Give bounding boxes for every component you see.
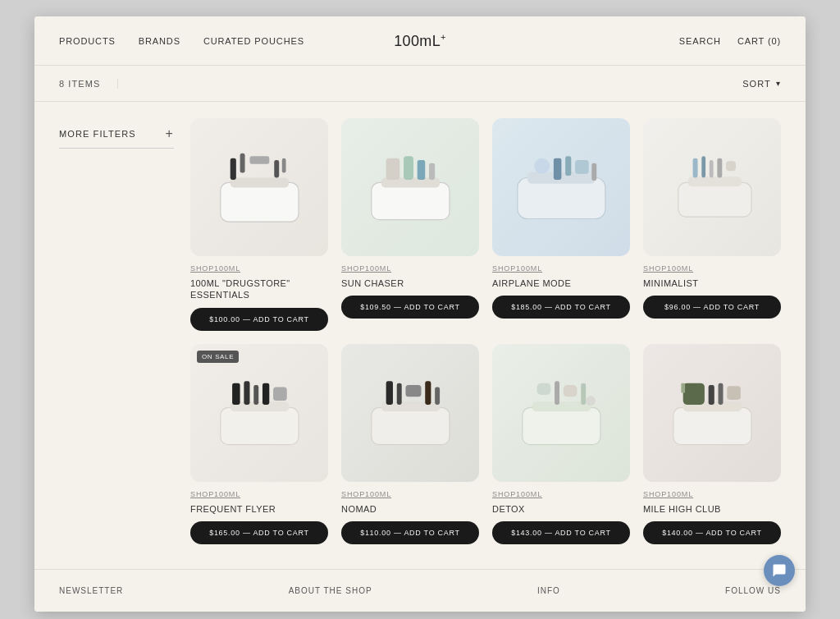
svg-rect-37 (396, 383, 401, 405)
product-card-detox: SHOP100ML DETOX $143.00 — ADD TO CART (492, 344, 630, 544)
footer-about[interactable]: ABOUT THE SHOP (289, 586, 372, 595)
product-card-mile-high-club: SHOP100ML MILE HIGH CLUB $140.00 — ADD T… (643, 344, 781, 544)
product-illustration-drugstore (201, 129, 318, 246)
svg-rect-21 (687, 177, 741, 186)
svg-rect-44 (555, 382, 559, 406)
product-name-nomad: NOMAD (341, 503, 479, 515)
nav-products[interactable]: PRODUCTS (59, 36, 116, 46)
footer-info[interactable]: INFO (537, 586, 560, 595)
product-image-airplane-mode[interactable] (492, 118, 630, 256)
product-name-airplane-mode: AIRPLANE MODE (492, 277, 630, 289)
svg-rect-24 (709, 160, 713, 177)
svg-rect-27 (220, 408, 298, 445)
items-count: 8 ITEMS (59, 79, 118, 89)
add-to-cart-airplane-mode[interactable]: $185.00 — ADD TO CART (492, 296, 630, 319)
site-logo[interactable]: 100mL+ (394, 32, 446, 50)
svg-rect-25 (717, 158, 722, 177)
product-name-sun-chaser: SUN CHASER (341, 277, 479, 289)
product-illustration-mile-high-club (654, 354, 771, 471)
svg-rect-0 (220, 182, 298, 222)
svg-rect-29 (232, 383, 240, 405)
sort-button[interactable]: SORT ▾ (742, 79, 781, 89)
product-brand-mile-high-club[interactable]: SHOP100ML (643, 490, 781, 498)
on-sale-badge: ON SALE (197, 351, 239, 363)
product-image-frequent-flyer[interactable]: ON SALE (190, 344, 328, 482)
chevron-down-icon: ▾ (776, 79, 781, 88)
nav-curated-pouches[interactable]: CURATED POUCHES (203, 36, 304, 46)
svg-rect-53 (727, 386, 741, 400)
product-brand-nomad[interactable]: SHOP100ML (341, 490, 479, 498)
product-image-mile-high-club[interactable] (643, 344, 781, 482)
svg-rect-4 (249, 156, 269, 164)
svg-rect-54 (681, 383, 685, 393)
footer-newsletter[interactable]: NEWSLETTER (59, 586, 123, 595)
svg-rect-34 (371, 408, 449, 445)
svg-rect-31 (253, 385, 258, 405)
product-illustration-minimalist (654, 129, 771, 246)
product-brand-sun-chaser[interactable]: SHOP100ML (341, 264, 479, 273)
svg-rect-6 (281, 158, 285, 172)
product-illustration-frequent-flyer (201, 354, 318, 471)
nav-search[interactable]: SEARCH (679, 36, 721, 46)
add-to-cart-mile-high-club[interactable]: $140.00 — ADD TO CART (643, 521, 781, 544)
svg-rect-20 (678, 182, 751, 217)
svg-rect-26 (726, 161, 736, 171)
svg-rect-40 (435, 387, 440, 405)
add-to-cart-detox[interactable]: $143.00 — ADD TO CART (492, 521, 630, 544)
add-to-cart-drugstore[interactable]: $100.00 — ADD TO CART (190, 308, 328, 331)
svg-rect-52 (718, 383, 723, 405)
svg-rect-30 (244, 382, 249, 406)
product-illustration-sun-chaser (352, 129, 469, 246)
product-illustration-detox (503, 354, 620, 471)
svg-rect-10 (404, 156, 413, 180)
more-filters-button[interactable]: MORE FILTERS + (59, 126, 174, 149)
svg-rect-22 (692, 158, 697, 177)
nav-right: SEARCH CART (0) (679, 36, 781, 46)
chat-bubble-button[interactable] (764, 555, 795, 586)
svg-rect-9 (386, 158, 399, 179)
svg-rect-38 (405, 385, 421, 397)
footer-follow[interactable]: FOLLOW US (725, 586, 781, 595)
product-card-drugstore: SHOP100ML 100ML "DRUGSTORE" ESSENTIALS $… (190, 118, 328, 331)
sidebar: MORE FILTERS + (59, 118, 174, 544)
svg-rect-33 (273, 387, 287, 401)
product-image-nomad[interactable] (341, 344, 479, 482)
product-name-mile-high-club: MILE HIGH CLUB (643, 503, 781, 515)
product-image-detox[interactable] (492, 344, 630, 482)
product-image-drugstore[interactable] (190, 118, 328, 256)
svg-rect-46 (581, 383, 586, 405)
svg-point-15 (534, 158, 550, 173)
add-to-cart-nomad[interactable]: $110.00 — ADD TO CART (341, 521, 479, 544)
product-image-minimalist[interactable] (643, 118, 781, 256)
add-to-cart-sun-chaser[interactable]: $109.50 — ADD TO CART (341, 296, 479, 319)
sub-header: 8 ITEMS SORT ▾ (34, 66, 806, 102)
product-illustration-airplane-mode (503, 129, 620, 246)
nav-brands[interactable]: BRANDS (139, 36, 180, 46)
add-to-cart-frequent-flyer[interactable]: $165.00 — ADD TO CART (190, 521, 328, 544)
svg-rect-41 (522, 408, 600, 445)
svg-rect-16 (553, 158, 561, 179)
browser-window: PRODUCTS BRANDS CURATED POUCHES 100mL+ S… (34, 16, 806, 612)
product-card-frequent-flyer: ON SALE SHOP100ML FREQUENT FLYER $165.00… (190, 344, 328, 544)
product-brand-detox[interactable]: SHOP100ML (492, 490, 630, 498)
svg-rect-1 (230, 177, 288, 187)
add-to-cart-minimalist[interactable]: $96.00 — ADD TO CART (643, 296, 781, 319)
nav-cart[interactable]: CART (0) (737, 36, 781, 46)
product-brand-minimalist[interactable]: SHOP100ML (643, 264, 781, 273)
product-card-airplane-mode: SHOP100ML AIRPLANE MODE $185.00 — ADD TO… (492, 118, 630, 331)
product-brand-drugstore[interactable]: SHOP100ML (190, 264, 328, 273)
product-name-drugstore: 100ML "DRUGSTORE" ESSENTIALS (190, 277, 328, 301)
nav-bar: PRODUCTS BRANDS CURATED POUCHES 100mL+ S… (34, 16, 806, 66)
product-grid: SHOP100ML 100ML "DRUGSTORE" ESSENTIALS $… (190, 118, 781, 544)
product-brand-airplane-mode[interactable]: SHOP100ML (492, 264, 630, 273)
svg-rect-17 (565, 156, 571, 176)
plus-icon: + (166, 126, 174, 141)
svg-rect-12 (429, 163, 435, 179)
svg-rect-5 (274, 160, 279, 177)
svg-rect-32 (262, 383, 269, 405)
product-image-sun-chaser[interactable] (341, 118, 479, 256)
product-name-detox: DETOX (492, 503, 630, 515)
svg-point-47 (586, 396, 596, 406)
svg-rect-50 (682, 383, 704, 405)
product-brand-frequent-flyer[interactable]: SHOP100ML (190, 490, 328, 498)
